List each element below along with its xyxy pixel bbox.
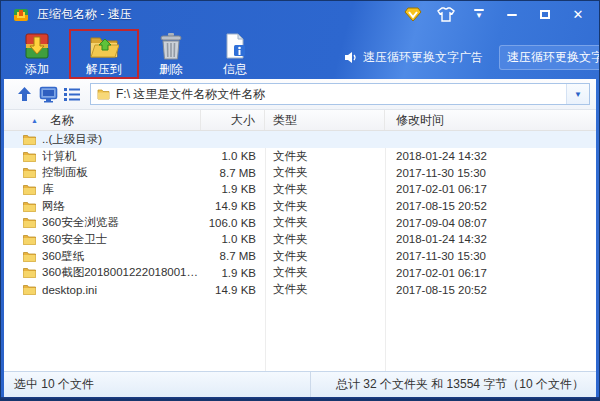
file-name: 360截图201800122201800122... (42, 265, 201, 280)
file-name-cell: 库 (4, 182, 201, 197)
file-type: 文件夹 (265, 215, 385, 230)
file-type: 文件夹 (265, 149, 385, 164)
file-modified: 2017-09-04 08:07 (385, 217, 596, 229)
minimize-button[interactable] (501, 5, 523, 25)
file-modified: 2018-01-24 14:32 (385, 150, 596, 162)
address-folder-icon (97, 88, 110, 100)
titlebar: 压缩包名称 - 速压 ▼ ✕ (1, 1, 599, 28)
file-type: 文件夹 (265, 182, 385, 197)
toolbar: 添加 解压到 (1, 28, 599, 79)
file-row[interactable]: ..(上级目录) (4, 131, 596, 148)
maximize-button[interactable] (534, 5, 556, 25)
add-archive-icon (23, 33, 51, 60)
file-name-cell: 360安全浏览器 (4, 215, 201, 230)
add-button-label: 添加 (25, 61, 49, 78)
file-size: 1.9 KB (201, 183, 265, 195)
address-bar[interactable]: F:\ 这里是文件名称文件名称 ▼ (90, 83, 590, 105)
file-row[interactable]: 库 1.9 KB 文件夹 2017-02-01 06:17 (4, 181, 596, 198)
file-name: 360安全浏览器 (42, 215, 201, 230)
file-name-cell: desktop.ini (4, 284, 201, 296)
file-row[interactable]: 360截图201800122201800122... 1.9 KB 文件夹 20… (4, 265, 596, 282)
file-type: 文件夹 (265, 165, 385, 180)
file-name-cell: 计算机 (4, 149, 201, 164)
address-dropdown-icon: ▼ (574, 90, 582, 99)
close-button[interactable]: ✕ (567, 5, 589, 25)
file-type: 文件夹 (265, 282, 385, 297)
file-name-cell: 控制面板 (4, 165, 201, 180)
extract-button[interactable]: 解压到 (69, 29, 139, 79)
file-size: 106.0 KB (201, 217, 265, 229)
info-document-icon (223, 33, 247, 60)
folder-icon (23, 184, 36, 195)
vip-gem-icon[interactable] (402, 5, 424, 25)
delete-button-label: 删除 (159, 61, 183, 78)
column-header-size[interactable]: 大小 (201, 110, 265, 130)
folder-icon (23, 167, 36, 178)
file-size: 8.7 MB (201, 250, 265, 262)
trash-icon (159, 33, 183, 60)
status-totals-text: 总计 32 个文件夹 和 13554 字节（10 个文件） (311, 376, 596, 393)
column-header-modified[interactable]: 修改时间 (385, 112, 596, 129)
list-view-icon[interactable] (60, 82, 84, 106)
file-modified: 2017-11-30 15:30 (385, 250, 596, 262)
app-logo-icon (13, 7, 29, 23)
window-bottom-edge (1, 397, 599, 401)
file-name-cell: 360安全卫士 (4, 232, 201, 247)
add-button[interactable]: 添加 (5, 29, 69, 79)
file-list-body: ..(上级目录) 计算机 1.0 KB 文件夹 2018-01-24 14:32 (4, 131, 596, 298)
sort-ascending-icon: ▲ (31, 117, 38, 124)
column-header-name-label: 名称 (50, 112, 74, 129)
file-name-cell: 网络 (4, 199, 201, 214)
column-header-name[interactable]: ▲ 名称 (4, 110, 201, 130)
file-row[interactable]: 360安全卫士 1.0 KB 文件夹 2018-01-24 14:32 (4, 231, 596, 248)
file-row[interactable]: 360壁纸 8.7 MB 文件夹 2017-11-30 15:30 (4, 248, 596, 265)
skin-shirt-icon[interactable] (435, 5, 457, 25)
delete-button[interactable]: 删除 (139, 29, 203, 79)
file-modified: 2017-11-30 15:30 (385, 167, 596, 179)
file-type: 文件夹 (265, 249, 385, 264)
file-name: ..(上级目录) (42, 132, 201, 147)
file-modified: 2018-01-24 14:32 (385, 233, 596, 245)
file-name: 360安全卫士 (42, 232, 201, 247)
file-modified: 2017-08-15 20:52 (385, 284, 596, 296)
file-size: 14.9 KB (201, 200, 265, 212)
main-menu-icon[interactable]: ▼ (468, 5, 490, 25)
statusbar: 选中 10 个文件 总计 32 个文件夹 和 13554 字节（10 个文件） (4, 371, 596, 397)
info-button[interactable]: 信息 (203, 29, 267, 79)
file-size: 1.0 KB (201, 233, 265, 245)
file-row[interactable]: 360安全浏览器 106.0 KB 文件夹 2017-09-04 08:07 (4, 214, 596, 231)
ad-button[interactable]: 速压循环更换文字 (499, 45, 600, 70)
file-row[interactable]: 计算机 1.0 KB 文件夹 2018-01-24 14:32 (4, 148, 596, 165)
folder-icon (23, 134, 36, 145)
file-size: 1.0 KB (201, 150, 265, 162)
file-row[interactable]: 网络 14.9 KB 文件夹 2017-08-15 20:52 (4, 198, 596, 215)
file-type: 文件夹 (265, 265, 385, 280)
folder-icon (23, 217, 36, 228)
list-header: ▲ 名称 大小 类型 修改时间 (4, 110, 596, 131)
address-dropdown-button[interactable]: ▼ (566, 84, 589, 104)
file-modified: 2017-02-01 06:17 (385, 183, 596, 195)
file-type: 文件夹 (265, 199, 385, 214)
file-name: 计算机 (42, 149, 201, 164)
address-text[interactable]: F:\ 这里是文件名称文件名称 (116, 86, 566, 103)
extract-folder-icon (89, 33, 119, 60)
titlebar-controls: ▼ ✕ (391, 5, 589, 25)
file-name: desktop.ini (42, 284, 201, 296)
speaker-icon (344, 51, 358, 64)
file-row[interactable]: desktop.ini 14.9 KB 文件夹 2017-08-15 20:52 (4, 281, 596, 298)
file-name: 网络 (42, 199, 201, 214)
folder-icon (23, 151, 36, 162)
folder-icon (23, 267, 36, 278)
folder-icon (23, 234, 36, 245)
file-row[interactable]: 控制面板 8.7 MB 文件夹 2017-11-30 15:30 (4, 164, 596, 181)
app-window: 压缩包名称 - 速压 ▼ ✕ (0, 0, 600, 401)
file-modified: 2017-08-15 20:52 (385, 200, 596, 212)
ad-area: 速压循环更换文字广告 速压循环更换文字 (344, 29, 599, 70)
ad-text[interactable]: 速压循环更换文字广告 (363, 49, 483, 66)
view-monitor-icon[interactable] (36, 82, 60, 106)
up-directory-icon[interactable] (12, 82, 36, 106)
navbar: F:\ 这里是文件名称文件名称 ▼ (4, 79, 596, 110)
file-name: 360壁纸 (42, 249, 201, 264)
column-header-type[interactable]: 类型 (265, 110, 385, 130)
status-selection-text: 选中 10 个文件 (4, 372, 311, 397)
